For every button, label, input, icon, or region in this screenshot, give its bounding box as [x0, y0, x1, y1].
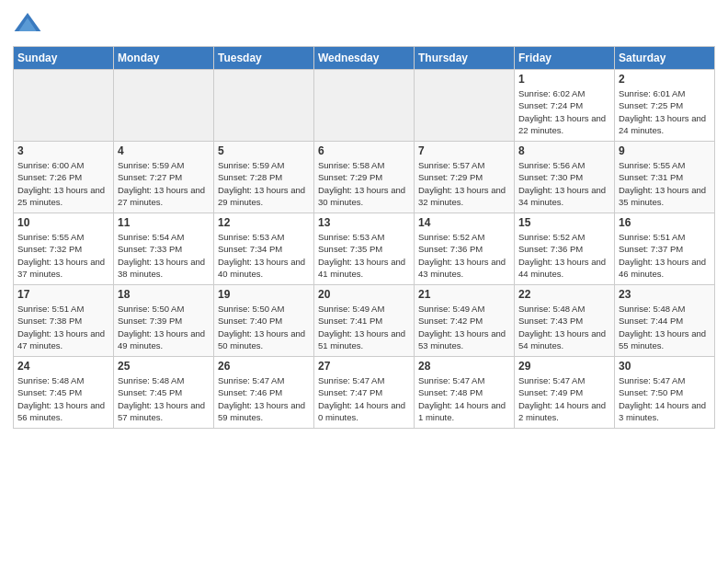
calendar-cell: 3Sunrise: 6:00 AM Sunset: 7:26 PM Daylig… [14, 142, 114, 213]
day-header-thursday: Thursday [415, 47, 515, 70]
day-info: Sunrise: 6:00 AM Sunset: 7:26 PM Dayligh… [17, 159, 109, 208]
day-info: Sunrise: 5:51 AM Sunset: 7:37 PM Dayligh… [619, 231, 711, 280]
day-number: 15 [518, 216, 610, 229]
calendar-cell [14, 70, 114, 142]
day-info: Sunrise: 6:01 AM Sunset: 7:25 PM Dayligh… [619, 87, 711, 136]
day-number: 22 [518, 288, 610, 301]
day-number: 29 [518, 360, 610, 373]
day-number: 27 [318, 360, 410, 373]
day-info: Sunrise: 5:52 AM Sunset: 7:36 PM Dayligh… [518, 231, 610, 280]
calendar: SundayMondayTuesdayWednesdayThursdayFrid… [13, 46, 715, 429]
day-info: Sunrise: 5:50 AM Sunset: 7:39 PM Dayligh… [118, 303, 210, 351]
calendar-cell [214, 70, 314, 142]
day-info: Sunrise: 5:49 AM Sunset: 7:41 PM Dayligh… [318, 303, 410, 351]
day-number: 11 [118, 216, 210, 229]
day-info: Sunrise: 5:55 AM Sunset: 7:31 PM Dayligh… [619, 159, 711, 208]
day-info: Sunrise: 5:59 AM Sunset: 7:27 PM Dayligh… [118, 159, 210, 208]
day-number: 20 [318, 288, 410, 301]
day-number: 23 [619, 288, 711, 301]
calendar-cell: 8Sunrise: 5:56 AM Sunset: 7:30 PM Daylig… [515, 142, 615, 213]
day-info: Sunrise: 5:54 AM Sunset: 7:33 PM Dayligh… [118, 231, 210, 280]
header [13, 9, 715, 39]
day-info: Sunrise: 5:48 AM Sunset: 7:45 PM Dayligh… [118, 374, 210, 423]
calendar-week-3: 10Sunrise: 5:55 AM Sunset: 7:32 PM Dayli… [14, 213, 715, 285]
day-number: 9 [619, 144, 711, 157]
day-header-friday: Friday [515, 47, 615, 70]
day-info: Sunrise: 5:59 AM Sunset: 7:28 PM Dayligh… [218, 159, 310, 208]
calendar-cell: 17Sunrise: 5:51 AM Sunset: 7:38 PM Dayli… [14, 285, 114, 357]
calendar-cell: 12Sunrise: 5:53 AM Sunset: 7:34 PM Dayli… [214, 213, 314, 285]
calendar-week-4: 17Sunrise: 5:51 AM Sunset: 7:38 PM Dayli… [14, 285, 715, 357]
calendar-cell: 10Sunrise: 5:55 AM Sunset: 7:32 PM Dayli… [14, 213, 114, 285]
day-number: 21 [418, 288, 510, 301]
calendar-cell: 16Sunrise: 5:51 AM Sunset: 7:37 PM Dayli… [615, 213, 715, 285]
day-info: Sunrise: 6:02 AM Sunset: 7:24 PM Dayligh… [518, 87, 610, 136]
calendar-cell: 19Sunrise: 5:50 AM Sunset: 7:40 PM Dayli… [214, 285, 314, 357]
day-number: 2 [619, 73, 711, 86]
calendar-cell: 18Sunrise: 5:50 AM Sunset: 7:39 PM Dayli… [114, 285, 214, 357]
day-info: Sunrise: 5:47 AM Sunset: 7:47 PM Dayligh… [318, 374, 410, 423]
calendar-cell: 25Sunrise: 5:48 AM Sunset: 7:45 PM Dayli… [114, 357, 214, 429]
calendar-cell [415, 70, 515, 142]
day-number: 7 [418, 144, 510, 157]
calendar-cell [314, 70, 415, 142]
day-info: Sunrise: 5:52 AM Sunset: 7:36 PM Dayligh… [418, 231, 510, 280]
calendar-cell: 13Sunrise: 5:53 AM Sunset: 7:35 PM Dayli… [314, 213, 415, 285]
calendar-cell: 14Sunrise: 5:52 AM Sunset: 7:36 PM Dayli… [415, 213, 515, 285]
day-number: 18 [118, 288, 210, 301]
logo [13, 9, 46, 39]
calendar-cell: 5Sunrise: 5:59 AM Sunset: 7:28 PM Daylig… [214, 142, 314, 213]
calendar-cell: 28Sunrise: 5:47 AM Sunset: 7:48 PM Dayli… [415, 357, 515, 429]
day-number: 24 [17, 360, 109, 373]
day-info: Sunrise: 5:48 AM Sunset: 7:44 PM Dayligh… [619, 303, 711, 351]
day-info: Sunrise: 5:48 AM Sunset: 7:45 PM Dayligh… [17, 374, 109, 423]
calendar-cell: 2Sunrise: 6:01 AM Sunset: 7:25 PM Daylig… [615, 70, 715, 142]
calendar-cell: 15Sunrise: 5:52 AM Sunset: 7:36 PM Dayli… [515, 213, 615, 285]
calendar-header-row: SundayMondayTuesdayWednesdayThursdayFrid… [14, 47, 715, 70]
calendar-week-5: 24Sunrise: 5:48 AM Sunset: 7:45 PM Dayli… [14, 357, 715, 429]
day-info: Sunrise: 5:47 AM Sunset: 7:46 PM Dayligh… [218, 374, 310, 423]
calendar-cell: 4Sunrise: 5:59 AM Sunset: 7:27 PM Daylig… [114, 142, 214, 213]
day-header-monday: Monday [114, 47, 214, 70]
calendar-cell: 21Sunrise: 5:49 AM Sunset: 7:42 PM Dayli… [415, 285, 515, 357]
day-number: 12 [218, 216, 310, 229]
day-info: Sunrise: 5:53 AM Sunset: 7:35 PM Dayligh… [318, 231, 410, 280]
day-number: 26 [218, 360, 310, 373]
day-number: 13 [318, 216, 410, 229]
day-info: Sunrise: 5:53 AM Sunset: 7:34 PM Dayligh… [218, 231, 310, 280]
page: SundayMondayTuesdayWednesdayThursdayFrid… [0, 0, 728, 438]
day-number: 25 [118, 360, 210, 373]
day-number: 30 [619, 360, 711, 373]
calendar-cell: 6Sunrise: 5:58 AM Sunset: 7:29 PM Daylig… [314, 142, 415, 213]
day-number: 1 [518, 73, 610, 86]
day-info: Sunrise: 5:56 AM Sunset: 7:30 PM Dayligh… [518, 159, 610, 208]
day-number: 14 [418, 216, 510, 229]
day-header-sunday: Sunday [14, 47, 114, 70]
day-number: 10 [17, 216, 109, 229]
day-info: Sunrise: 5:50 AM Sunset: 7:40 PM Dayligh… [218, 303, 310, 351]
day-header-wednesday: Wednesday [314, 47, 415, 70]
day-info: Sunrise: 5:55 AM Sunset: 7:32 PM Dayligh… [17, 231, 109, 280]
calendar-cell: 22Sunrise: 5:48 AM Sunset: 7:43 PM Dayli… [515, 285, 615, 357]
calendar-week-1: 1Sunrise: 6:02 AM Sunset: 7:24 PM Daylig… [14, 70, 715, 142]
calendar-cell: 23Sunrise: 5:48 AM Sunset: 7:44 PM Dayli… [615, 285, 715, 357]
calendar-cell: 27Sunrise: 5:47 AM Sunset: 7:47 PM Dayli… [314, 357, 415, 429]
calendar-cell: 7Sunrise: 5:57 AM Sunset: 7:29 PM Daylig… [415, 142, 515, 213]
day-number: 16 [619, 216, 711, 229]
calendar-cell: 11Sunrise: 5:54 AM Sunset: 7:33 PM Dayli… [114, 213, 214, 285]
day-info: Sunrise: 5:51 AM Sunset: 7:38 PM Dayligh… [17, 303, 109, 351]
calendar-cell: 1Sunrise: 6:02 AM Sunset: 7:24 PM Daylig… [515, 70, 615, 142]
day-info: Sunrise: 5:57 AM Sunset: 7:29 PM Dayligh… [418, 159, 510, 208]
day-number: 6 [318, 144, 410, 157]
day-number: 17 [17, 288, 109, 301]
day-number: 3 [17, 144, 109, 157]
day-number: 5 [218, 144, 310, 157]
calendar-cell: 20Sunrise: 5:49 AM Sunset: 7:41 PM Dayli… [314, 285, 415, 357]
calendar-cell: 29Sunrise: 5:47 AM Sunset: 7:49 PM Dayli… [515, 357, 615, 429]
calendar-cell [114, 70, 214, 142]
logo-icon [13, 9, 42, 39]
day-header-tuesday: Tuesday [214, 47, 314, 70]
calendar-cell: 9Sunrise: 5:55 AM Sunset: 7:31 PM Daylig… [615, 142, 715, 213]
day-info: Sunrise: 5:47 AM Sunset: 7:48 PM Dayligh… [418, 374, 510, 423]
day-info: Sunrise: 5:48 AM Sunset: 7:43 PM Dayligh… [518, 303, 610, 351]
